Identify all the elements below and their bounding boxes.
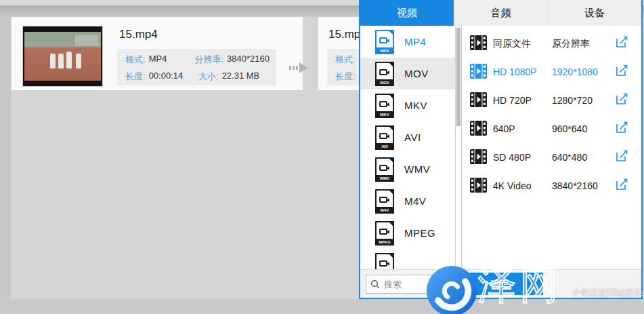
edit-profile-icon[interactable] — [615, 35, 628, 52]
file-type-icon: WMV — [375, 157, 394, 182]
profile-item-4k[interactable]: 4K Video 3840*2160 — [462, 171, 641, 199]
format-label: 格式: — [125, 54, 146, 66]
format-list: MP4MP4 MOVMOV MKVMKV AVIAVI WMVWMV M4VM4… — [360, 26, 455, 269]
format-item-m4v[interactable]: M4VM4V — [360, 185, 455, 217]
format-item-mpeg[interactable]: MPEGMPEG — [360, 217, 455, 249]
file-type-icon: AVI — [375, 125, 394, 150]
filmstrip-icon — [470, 35, 487, 53]
format-item-wmv[interactable]: WMVWMV — [360, 153, 455, 185]
search-input[interactable] — [383, 279, 443, 290]
tab-video[interactable]: 视频 — [360, 0, 454, 26]
filmstrip-icon — [470, 149, 487, 167]
profile-item-640p[interactable]: 640P 960*640 — [462, 114, 641, 142]
tab-audio[interactable]: 音频 — [454, 0, 548, 26]
output-format-popup: 视频 音频 设备 MP4MP4 MOVMOV MKVMKV AVIAVI WMV… — [359, 0, 643, 299]
duration-value: 00:00:14 — [149, 71, 184, 83]
search-icon — [370, 279, 380, 289]
popup-footer: 确定 — [360, 269, 641, 298]
edit-profile-icon[interactable] — [615, 149, 628, 165]
thumbnail-scene — [24, 32, 101, 81]
source-file-card[interactable]: 15.mp4 格式:MP4 分辨率:3840*2160 长度:00:00:14 … — [12, 17, 303, 90]
profile-list: 同原文件 原分辨率 HD 1080P 1920*1080 HD 720P 128… — [462, 26, 641, 269]
source-file-title: 15.mp4 — [119, 28, 158, 41]
tab-device[interactable]: 设备 — [547, 0, 641, 26]
app-window: 15.mp4 格式:MP4 分辨率:3840*2160 长度:00:00:14 … — [0, 0, 644, 314]
edit-profile-icon[interactable] — [615, 121, 628, 137]
convert-arrow-icon — [289, 61, 308, 77]
format-item-partial[interactable] — [360, 249, 455, 269]
file-type-icon: MOV — [375, 62, 394, 86]
file-type-icon: MKV — [375, 94, 394, 118]
file-type-icon: M4V — [375, 189, 394, 214]
edit-profile-icon[interactable] — [615, 92, 628, 109]
search-box[interactable] — [366, 275, 452, 294]
confirm-button[interactable]: 确定 — [456, 273, 543, 295]
profile-item-original[interactable]: 同原文件 原分辨率 — [462, 28, 641, 57]
filmstrip-icon — [470, 121, 487, 138]
bottom-strip — [0, 299, 644, 314]
format-item-mkv[interactable]: MKVMKV — [360, 90, 455, 121]
edit-profile-icon[interactable] — [615, 64, 628, 80]
filmstrip-icon — [470, 92, 487, 110]
left-gutter — [0, 17, 11, 314]
filmstrip-icon — [470, 178, 487, 195]
format-item-mov[interactable]: MOVMOV — [360, 58, 455, 90]
format-value: MP4 — [149, 54, 167, 66]
video-thumbnail — [22, 26, 103, 87]
size-value: 22.31 MB — [222, 71, 260, 83]
resolution-label: 分辨率: — [194, 54, 223, 66]
scrollbar-thumb[interactable] — [456, 28, 460, 126]
resolution-value: 3840*2160 — [227, 54, 270, 66]
file-type-icon: MP4 — [375, 30, 394, 54]
profile-item-sd480p[interactable]: SD 480P 640*480 — [462, 142, 641, 171]
popup-tabs: 视频 音频 设备 — [360, 0, 641, 26]
file-type-icon: MPEG — [375, 221, 394, 246]
size-label: 大小: — [198, 71, 219, 83]
profile-item-hd720p[interactable]: HD 720P 1280*720 — [462, 85, 641, 114]
file-type-icon — [375, 253, 394, 270]
filmstrip-icon — [470, 64, 487, 81]
format-list-scrollbar[interactable] — [455, 26, 462, 269]
duration-label: 长度: — [125, 71, 146, 83]
source-metadata: 格式:MP4 分辨率:3840*2160 长度:00:00:14 大小:22.3… — [117, 49, 276, 85]
format-item-mp4[interactable]: MP4MP4 — [360, 26, 455, 58]
profile-item-hd1080p[interactable]: HD 1080P 1920*1080 — [462, 57, 641, 85]
thumbnail-building — [75, 35, 98, 45]
edit-profile-icon[interactable] — [615, 178, 628, 194]
format-item-avi[interactable]: AVIAVI — [360, 121, 455, 153]
